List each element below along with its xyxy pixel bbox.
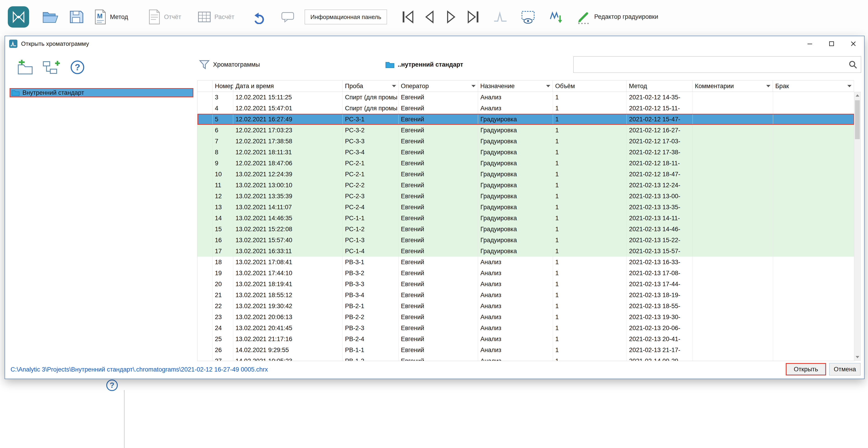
- cell-purpose: Градуировка: [478, 191, 553, 202]
- table-row-20[interactable]: 2013.02.2021 18:19:41РВ-3-3ЕвгенийАнализ…: [197, 279, 854, 290]
- table-row-23[interactable]: 2313.02.2021 20:06:13РВ-2-2ЕвгенийАнализ…: [197, 312, 854, 323]
- maximize-button[interactable]: [820, 36, 842, 51]
- cell-number: 13: [213, 202, 233, 213]
- close-button[interactable]: [842, 36, 864, 51]
- minimize-button[interactable]: [799, 36, 820, 51]
- cell-number: 26: [213, 345, 233, 355]
- column-filter-dropdown-icon[interactable]: [546, 85, 550, 87]
- column-header-operator[interactable]: Оператор: [399, 81, 478, 92]
- save-button[interactable]: [69, 10, 83, 24]
- chromatogram-table: НомерДата и времяПробаОператорНазначение…: [197, 81, 861, 361]
- nav-next-button[interactable]: [443, 9, 459, 25]
- app-logo-button[interactable]: [8, 6, 29, 28]
- cell-comments: [693, 323, 773, 333]
- table-row-4[interactable]: 412.02.2021 15:47:01Спирт (для промыЕвге…: [197, 103, 854, 114]
- table-row-6[interactable]: 612.02.2021 17:03:23РС-3-2ЕвгенийГрадуир…: [197, 125, 854, 136]
- table-row-26[interactable]: 2614.02.2021 9:29:55РВ-1-1ЕвгенийАнализ1…: [197, 345, 854, 355]
- column-header-datetime[interactable]: Дата и время: [233, 81, 343, 92]
- background-help-icon[interactable]: ?: [106, 379, 118, 392]
- cell-defect: [773, 202, 854, 213]
- column-header-blank[interactable]: [197, 81, 213, 92]
- column-filter-dropdown-icon[interactable]: [847, 85, 851, 87]
- add-subfolder-button[interactable]: [42, 60, 61, 76]
- column-filter-dropdown-icon[interactable]: [392, 85, 396, 87]
- comment-icon: [281, 11, 294, 23]
- calibration-editor-button[interactable]: Редактор градуировки: [576, 9, 654, 25]
- table-row-14[interactable]: 1413.02.2021 14:46:35РС-1-1ЕвгенийГрадуи…: [197, 213, 854, 224]
- scrollbar-up-button[interactable]: [854, 92, 861, 99]
- column-header-defect[interactable]: Брак: [773, 81, 854, 92]
- nav-prev-button[interactable]: [422, 9, 437, 25]
- table-row-9[interactable]: 912.02.2021 18:47:06РС-2-1ЕвгенийГрадуир…: [197, 158, 854, 169]
- dialog-titlebar[interactable]: Открыть хроматограмму: [5, 36, 864, 51]
- view-table-button[interactable]: [521, 10, 535, 24]
- cancel-button[interactable]: Отмена: [829, 363, 861, 376]
- table-row-18[interactable]: 1813.02.2021 17:08:41РВ-3-1ЕвгенийАнализ…: [197, 257, 854, 267]
- cell-datetime: 13.02.2021 18:55:12: [233, 290, 343, 300]
- table-row-5[interactable]: 512.02.2021 16:27:49РС-3-1ЕвгенийГрадуир…: [197, 114, 854, 125]
- table-row-3[interactable]: 312.02.2021 15:11:25Спирт (для промыЕвге…: [197, 92, 854, 103]
- table-row-13[interactable]: 1313.02.2021 14:11:07РС-2-4ЕвгенийГрадуи…: [197, 202, 854, 213]
- cell-defect: [773, 125, 854, 136]
- column-header-number[interactable]: Номер: [213, 81, 233, 92]
- cell-method: 2021-02-12 17-03-: [627, 136, 693, 147]
- tree-item-internal-standard[interactable]: Внутренний стандарт: [10, 88, 193, 97]
- report-button[interactable]: Отчёт: [148, 9, 181, 25]
- table-row-17[interactable]: 1713.02.2021 16:33:11РС-1-4ЕвгенийГрадуи…: [197, 246, 854, 257]
- column-header-sample[interactable]: Проба: [343, 81, 399, 92]
- table-row-10[interactable]: 1013.02.2021 12:24:39РС-2-1ЕвгенийГрадуи…: [197, 169, 854, 180]
- open-button[interactable]: [42, 10, 59, 24]
- export-curve-button[interactable]: [549, 10, 563, 24]
- current-folder-breadcrumb[interactable]: ..нутренний стандарт: [385, 58, 463, 71]
- cell-volume: 1: [553, 224, 627, 235]
- table-row-8[interactable]: 812.02.2021 18:11:31РС-3-4ЕвгенийГрадуир…: [197, 147, 854, 158]
- peak-icon: [493, 11, 508, 23]
- cell-method: 2021-02-12 15-47-: [627, 114, 693, 125]
- column-header-comments[interactable]: Комментарии: [692, 81, 773, 92]
- cell-sample: РВ-2-4: [343, 333, 399, 345]
- table-row-19[interactable]: 1913.02.2021 17:44:10РВ-3-2ЕвгенийАнализ…: [197, 267, 854, 279]
- undo-button[interactable]: [252, 10, 266, 24]
- vertical-scrollbar[interactable]: [854, 92, 861, 361]
- method-button[interactable]: M Метод: [94, 9, 128, 25]
- table-row-12[interactable]: 1213.02.2021 13:35:39РС-2-3ЕвгенийГрадуи…: [197, 191, 854, 202]
- nav-next-icon: [443, 9, 459, 25]
- table-row-16[interactable]: 1613.02.2021 15:57:40РС-1-3ЕвгенийГрадуи…: [197, 235, 854, 246]
- cell-datetime: 13.02.2021 18:19:41: [233, 279, 343, 290]
- cell-method: 2021-02-12 15-11-: [627, 103, 693, 114]
- column-header-label: Комментарии: [695, 83, 734, 90]
- cell-comments: [693, 355, 773, 361]
- cell-defect: [773, 180, 854, 191]
- info-panel-button[interactable]: Информационная панель: [305, 10, 387, 24]
- column-filter-dropdown-icon[interactable]: [766, 85, 770, 87]
- calc-label: Расчёт: [214, 13, 234, 21]
- column-filter-dropdown-icon[interactable]: [471, 85, 475, 87]
- cell-operator: Евгений: [399, 213, 478, 224]
- table-row-27[interactable]: 2714.02.2021 10:05:23РВ-1-2ЕвгенийАнализ…: [197, 355, 854, 361]
- scrollbar-thumb[interactable]: [855, 100, 860, 139]
- column-header-volume[interactable]: Объём: [553, 81, 626, 92]
- column-header-purpose[interactable]: Назначение: [478, 81, 553, 92]
- new-folder-button[interactable]: [16, 60, 35, 76]
- column-header-method[interactable]: Метод: [626, 81, 692, 92]
- nav-last-button[interactable]: [465, 9, 480, 25]
- calc-button[interactable]: Расчёт: [197, 10, 234, 24]
- table-row-22[interactable]: 2213.02.2021 19:30:42РВ-2-1ЕвгенийАнализ…: [197, 300, 854, 312]
- cell-comments: [693, 300, 773, 312]
- table-row-21[interactable]: 2113.02.2021 18:55:12РВ-3-4ЕвгенийАнализ…: [197, 290, 854, 300]
- nav-first-button[interactable]: [400, 9, 415, 25]
- table-row-11[interactable]: 1113.02.2021 13:00:10РС-2-2ЕвгенийГрадуи…: [197, 180, 854, 191]
- open-confirm-button[interactable]: Открыть: [786, 363, 826, 376]
- search-input[interactable]: [574, 56, 861, 73]
- comment-button[interactable]: [281, 11, 294, 23]
- table-row-24[interactable]: 2413.02.2021 20:41:45РВ-2-3ЕвгенийАнализ…: [197, 323, 854, 333]
- scrollbar-down-button[interactable]: [854, 354, 861, 360]
- help-button[interactable]: ?: [70, 60, 85, 75]
- search-icon[interactable]: [848, 60, 858, 70]
- peak-button[interactable]: [493, 11, 508, 23]
- table-row-15[interactable]: 1513.02.2021 15:22:08РС-1-2ЕвгенийГрадуи…: [197, 224, 854, 235]
- table-row-25[interactable]: 2513.02.2021 21:17:16РВ-2-4ЕвгенийАнализ…: [197, 333, 854, 345]
- table-row-7[interactable]: 712.02.2021 17:38:58РС-3-3ЕвгенийГрадуир…: [197, 136, 854, 147]
- chromatograms-filter-tab[interactable]: Хроматограммы: [199, 58, 260, 71]
- application-window: M Метод Отчёт Рас: [0, 0, 868, 448]
